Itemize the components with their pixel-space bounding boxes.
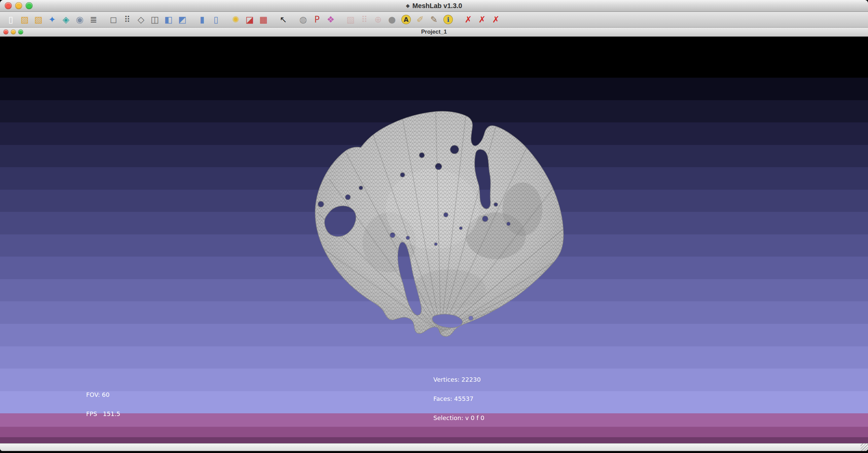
project-minimize-button[interactable] [11, 30, 16, 35]
toolbar-delete-current-mesh-icon[interactable]: ✗ [462, 13, 474, 26]
toolbar-color-palette-icon[interactable]: ❖ [325, 13, 337, 26]
resize-grip-icon[interactable] [861, 444, 868, 451]
close-button[interactable] [5, 2, 12, 9]
gradient-band [0, 37, 868, 78]
app-title-text: MeshLab v1.3.0 [412, 2, 462, 10]
toolbar-quality-mapper-icon[interactable]: ▦ [257, 13, 270, 26]
mesh-stats: Vertices: 22230 Faces: 45537 Selection: … [433, 363, 485, 434]
gradient-band [0, 437, 868, 443]
project-close-button[interactable] [3, 30, 8, 35]
toolbar-light-on-off-icon[interactable]: ✺ [230, 13, 242, 26]
toolbar-move-selection-icon[interactable]: ⊕ [372, 13, 384, 26]
project-window-controls [3, 30, 23, 35]
shell-wireframe [289, 103, 572, 347]
toolbar-mesh-info-icon[interactable]: ℹ [443, 15, 453, 24]
toolbar-select-faces-icon[interactable]: ▧ [344, 13, 356, 26]
toolbar-measuring-tool-icon[interactable]: ✐ [414, 13, 426, 26]
project-zoom-button[interactable] [18, 30, 23, 35]
toolbar-draw-wireframe-icon[interactable]: ◇ [135, 13, 147, 26]
vertices-count: Vertices: 22230 [433, 376, 485, 383]
toolbar-flat-shading-icon[interactable]: ◧ [162, 13, 175, 26]
toolbar-reload-mesh-icon[interactable]: ✦ [46, 13, 58, 26]
toolbar-smooth-shading-icon[interactable]: ◩ [176, 13, 188, 26]
toolbar-point-picker-icon[interactable]: P [311, 13, 323, 26]
toolbar-select-vertices-icon[interactable]: ⠿ [358, 13, 370, 26]
toolbar-new-project-icon[interactable]: ▯ [5, 13, 17, 26]
toolbar-export-mesh-icon[interactable]: ◈ [60, 13, 72, 26]
toolbar-open-project-icon[interactable]: ▨ [19, 13, 31, 26]
toolbar-save-snapshot-icon[interactable]: ◉ [74, 13, 86, 26]
faces-count: Faces: 45537 [433, 395, 485, 402]
toolbar-texture-on-off-icon[interactable]: ◪ [244, 13, 256, 26]
shell-detail [289, 103, 572, 347]
toolbar-edit-pen-icon[interactable]: ✎ [428, 13, 440, 26]
meshlab-window: ◆ MeshLab v1.3.0 ▯▨▧✦◈◉≣◻⠿◇◫◧◩▮▯✺◪▦↖◍P❖▧… [0, 0, 868, 451]
render-stats: FOV: 60 FPS 151.5 [86, 379, 120, 430]
toolbar-select-cursor-icon[interactable]: ↖ [277, 13, 289, 26]
app-title: ◆ MeshLab v1.3.0 [406, 2, 462, 10]
toolbar-trackball-icon[interactable]: ◍ [297, 13, 309, 26]
toolbar-double-side-lighting-icon[interactable]: ▯ [210, 13, 222, 26]
toolbar-delete-raster-icon[interactable]: ✗ [476, 13, 488, 26]
gradient-band [0, 78, 868, 100]
project-titlebar[interactable]: Project_1 [0, 28, 868, 37]
toolbar-show-layer-dialog-icon[interactable]: ≣ [88, 13, 100, 26]
toolbar-backface-culling-icon[interactable]: ▮ [196, 13, 208, 26]
status-strip [0, 443, 868, 451]
toolbar-delete-all-meshes-icon[interactable]: ✗ [490, 13, 502, 26]
zoom-button[interactable] [26, 2, 33, 9]
toolbar-draw-hidden-lines-icon[interactable]: ◫ [149, 13, 161, 26]
toolbar-draw-bounding-box-icon[interactable]: ◻ [107, 13, 119, 26]
toolbar-smooth-brush-icon[interactable]: ● [386, 13, 398, 26]
3d-viewport[interactable]: FOV: 60 FPS 151.5 Vertices: 22230 Faces:… [0, 37, 868, 443]
toolbar-draw-points-icon[interactable]: ⠿ [121, 13, 133, 26]
toolbar: ▯▨▧✦◈◉≣◻⠿◇◫◧◩▮▯✺◪▦↖◍P❖▧⠿⊕●A✐✎ℹ✗✗✗ [0, 12, 868, 28]
fps-value: FPS 151.5 [86, 411, 120, 417]
minimize-button[interactable] [15, 2, 22, 9]
window-controls [5, 2, 33, 9]
toolbar-text-annotation-icon[interactable]: A [401, 15, 411, 24]
toolbar-import-mesh-icon[interactable]: ▧ [32, 13, 44, 26]
project-title: Project_1 [421, 29, 447, 35]
app-icon: ◆ [406, 3, 410, 9]
fov-value: FOV: 60 [86, 391, 120, 398]
selection-count: Selection: v 0 f 0 [433, 415, 485, 421]
scallop-shell-mesh[interactable] [289, 103, 573, 347]
app-titlebar[interactable]: ◆ MeshLab v1.3.0 [0, 0, 868, 12]
